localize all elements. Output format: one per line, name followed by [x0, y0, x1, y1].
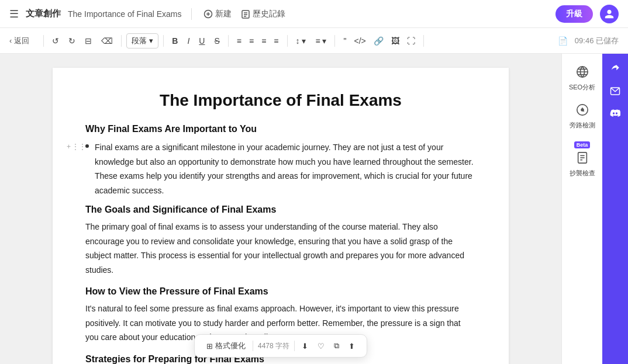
email-icon: [610, 86, 620, 96]
undo-button[interactable]: ↺: [49, 34, 63, 48]
drag-icon[interactable]: ⋮⋮: [72, 143, 86, 151]
doc-title-header: The Importance of Final Exams: [68, 9, 182, 19]
align-left-button[interactable]: ≡: [233, 34, 245, 48]
seo-tool[interactable]: SEO分析: [565, 61, 599, 96]
copy-button[interactable]: ⧉: [332, 340, 341, 352]
editor-toolbar: ‹ 返回 ↺ ↻ ⊟ ⌫ 段落 ▾ B I U S ≡ ≡ ≡ ≡ ↕ ▾ ≡ …: [0, 28, 628, 54]
back-button[interactable]: ‹ 返回: [9, 36, 29, 46]
paragraph-style-label: 段落: [132, 36, 147, 46]
download-icon: ⬇: [302, 342, 308, 351]
save-time-label: 09:46 已儲存: [575, 36, 619, 46]
user-avatar[interactable]: [600, 5, 619, 23]
heart-icon: ♡: [318, 342, 325, 351]
quote-button[interactable]: ": [340, 34, 350, 48]
bottom-sep-2: [294, 341, 295, 351]
add-row-icon[interactable]: +: [67, 143, 71, 151]
svg-point-9: [581, 108, 584, 112]
bold-button[interactable]: B: [168, 34, 181, 48]
plagiarism-tool[interactable]: Beta 抄襲檢查: [565, 137, 599, 182]
link-button[interactable]: 🔗: [370, 34, 387, 48]
italic-button[interactable]: I: [184, 34, 193, 48]
fullscreen-button[interactable]: ⛶: [403, 34, 419, 48]
export-button[interactable]: ⬆: [346, 341, 357, 352]
toolbar-right: 📄 09:46 已儲存: [554, 34, 619, 48]
bullet-text-1: Final exams are a significant milestone …: [95, 140, 476, 197]
format-label: 格式優化: [215, 341, 246, 351]
toolbar-separator-7: [423, 35, 424, 47]
share-icon: [610, 64, 620, 74]
plagiarism-icon: [576, 151, 589, 167]
email-action-button[interactable]: [605, 81, 626, 102]
toolbar-separator-3: [163, 35, 164, 47]
code-button[interactable]: </>: [350, 34, 369, 48]
word-count-label: 4478 字符: [258, 341, 289, 351]
path-label: 旁路檢測: [570, 121, 595, 130]
discord-icon: [610, 108, 620, 119]
document-title: The Importance of Final Exams: [85, 91, 476, 110]
bottom-sep-1: [253, 341, 253, 351]
back-arrow: ‹: [9, 36, 12, 45]
right-sidebar: SEO分析 旁路檢測 Beta 抄襲檢查: [561, 54, 602, 364]
avatar-icon: [604, 9, 615, 19]
section-heading-3: How to View the Pressure of Final Exams: [85, 286, 476, 297]
main-layout: The Importance of Final Exams Why Final …: [0, 54, 628, 364]
favorite-button[interactable]: ♡: [315, 341, 327, 352]
app-name: 文章創作: [26, 8, 61, 19]
section-heading-2: The Goals and Significance of Final Exam…: [85, 204, 476, 215]
discord-action-button[interactable]: [605, 103, 626, 124]
toolbar-separator-4: [228, 35, 229, 47]
bottom-toolbar: ⊞ 格式優化 4478 字符 ⬇ ♡ ⧉ ⬆: [194, 334, 367, 358]
seo-label: SEO分析: [569, 83, 595, 92]
toolbar-separator-2: [121, 35, 122, 47]
app-header: ☰ 文章創作 The Importance of Final Exams 新建 …: [0, 0, 628, 28]
format-optimize-button[interactable]: ⊞ 格式優化: [204, 339, 248, 352]
toolbar-separator-1: [43, 35, 44, 47]
menu-icon[interactable]: ☰: [9, 8, 19, 20]
path-icon: [576, 103, 589, 119]
action-sidebar: [602, 54, 628, 364]
text-align-button[interactable]: ≡ ▾: [312, 34, 330, 48]
section-body-2: The primary goal of final exams is to as…: [85, 220, 476, 277]
editor-paper: The Importance of Final Exams Why Final …: [53, 68, 509, 364]
image-button[interactable]: 🖼: [388, 34, 403, 48]
new-label: 新建: [215, 9, 232, 19]
section-heading-1: Why Final Exams Are Important to You: [85, 124, 476, 134]
clear-format-button[interactable]: ⌫: [98, 34, 116, 48]
back-label: 返回: [14, 36, 29, 46]
seo-icon: [576, 65, 589, 81]
save-status-button[interactable]: 📄: [554, 34, 571, 48]
align-group: ≡ ≡ ≡ ≡: [233, 34, 282, 48]
paragraph-style-select[interactable]: 段落 ▾: [126, 33, 158, 48]
chevron-down-icon: ▾: [149, 36, 153, 45]
plagiarism-label: 抄襲檢查: [570, 169, 595, 178]
history-icon: [241, 9, 250, 19]
redo-button[interactable]: ↻: [65, 34, 79, 48]
unordered-list-button[interactable]: ≡: [270, 34, 282, 48]
strikethrough-button[interactable]: S: [211, 34, 223, 48]
header-actions: 新建 歷史記錄: [203, 9, 285, 19]
path-tool[interactable]: 旁路檢測: [565, 99, 599, 134]
header-divider: [191, 8, 192, 20]
download-button[interactable]: ⬇: [299, 341, 310, 352]
format-icon: ⊞: [206, 342, 213, 351]
align-center-button[interactable]: ≡: [246, 34, 257, 48]
history-label: 歷史記錄: [253, 9, 285, 19]
share-action-button[interactable]: [605, 58, 626, 79]
editor-area[interactable]: The Importance of Final Exams Why Final …: [0, 54, 561, 364]
toolbar-separator-5: [287, 35, 288, 47]
beta-badge: Beta: [574, 141, 591, 148]
new-button[interactable]: 新建: [203, 9, 232, 19]
copy-format-button[interactable]: ⊟: [81, 34, 95, 48]
history-button[interactable]: 歷史記錄: [241, 9, 285, 19]
upgrade-button[interactable]: 升級: [555, 5, 593, 23]
toolbar-separator-6: [334, 35, 335, 47]
plus-icon: [203, 9, 213, 19]
ordered-list-button[interactable]: ≡: [258, 34, 270, 48]
copy-icon: ⧉: [334, 341, 339, 351]
bullet-item-1: + ⋮⋮ Final exams are a significant miles…: [85, 140, 476, 197]
underline-button[interactable]: U: [195, 34, 208, 48]
bullet-controls[interactable]: + ⋮⋮: [67, 143, 86, 151]
line-height-button[interactable]: ↕ ▾: [292, 34, 310, 48]
insert-group: " </> 🔗 🖼 ⛶: [340, 34, 418, 48]
export-icon: ⬆: [348, 342, 355, 351]
